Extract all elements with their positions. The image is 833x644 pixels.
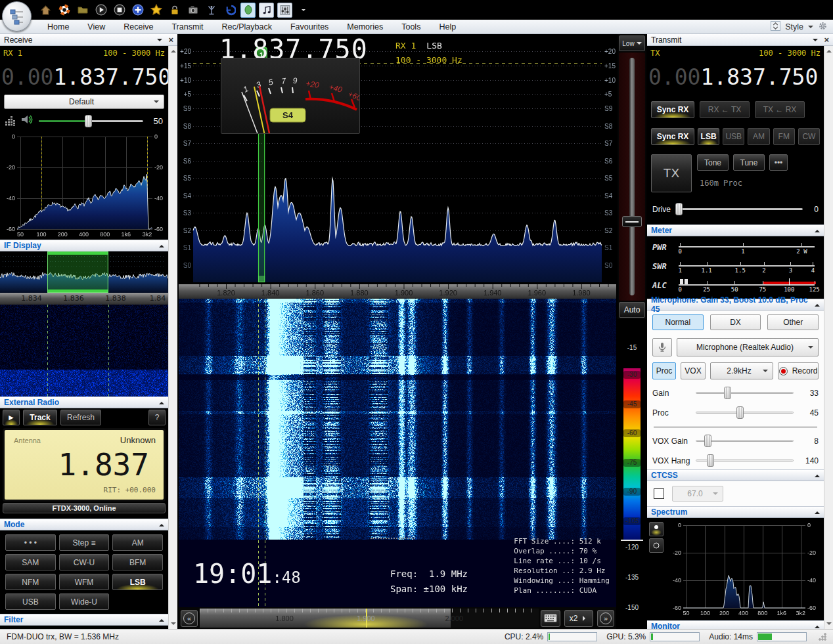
collapse-icon[interactable] (159, 242, 164, 247)
palette-scale[interactable]: -15 -30-45-60-75-90-105 -120-135-150 (618, 319, 646, 629)
mic-tab-other[interactable]: Other (767, 314, 819, 330)
help-button[interactable]: ? (148, 410, 166, 425)
gain-slider[interactable] (696, 387, 794, 399)
toolbar-overflow-icon[interactable] (296, 3, 311, 18)
proc-toggle[interactable]: Proc (652, 362, 676, 379)
snapshot-camera-icon[interactable] (185, 3, 200, 18)
vox-toggle[interactable]: VOX (681, 362, 706, 379)
panel-menu-icon[interactable] (157, 39, 162, 44)
collapse-icon[interactable] (815, 509, 820, 514)
scroll-left-button[interactable]: « (181, 610, 198, 627)
record-button[interactable]: Record (778, 362, 819, 379)
tx-mode-cw[interactable]: CW (798, 128, 820, 145)
mode-button-am[interactable]: AM (112, 534, 163, 551)
mode-button-cw-u[interactable]: CW-U (59, 554, 110, 570)
play-icon[interactable] (93, 3, 108, 18)
mode-button-bfm[interactable]: BFM (112, 554, 163, 570)
mode-button--[interactable]: • • • (5, 534, 56, 551)
band-ruler[interactable]: 1.8001.9002.000 (200, 609, 539, 628)
mic-device-dropdown[interactable]: Microphone (Realtek Audio) (677, 338, 819, 356)
collapse-icon[interactable] (815, 301, 820, 307)
slider-handle[interactable] (736, 406, 744, 419)
menu-transmit[interactable]: Transmit (162, 20, 212, 34)
drive-slider[interactable] (676, 203, 803, 215)
tx-frequency-display[interactable]: 0.001.837.750 (647, 60, 824, 93)
tone-button[interactable]: Tone (697, 154, 729, 171)
folder-icon[interactable] (75, 3, 90, 18)
vox-gain-slider[interactable] (696, 435, 794, 447)
lock-icon[interactable] (167, 3, 182, 18)
record-icon[interactable] (112, 3, 127, 18)
tune-button[interactable]: Tune (733, 154, 765, 171)
rx-frequency-display[interactable]: 0.001.837.750 (0, 60, 168, 93)
transmit-scrollbar[interactable] (824, 46, 833, 629)
ctcss-checkbox[interactable] (654, 488, 664, 499)
receive-scrollbar[interactable] (168, 46, 177, 629)
slider-handle[interactable] (675, 203, 683, 215)
close-icon[interactable]: × (168, 37, 173, 43)
mode-button-wide-u[interactable]: Wide-U (59, 593, 110, 610)
zoom-button[interactable]: x2 (564, 610, 593, 627)
menu-view[interactable]: View (78, 20, 114, 34)
scroll-up-icon[interactable] (171, 47, 176, 53)
tx-button[interactable]: TX (651, 154, 692, 192)
if-spectrum-display[interactable] (0, 251, 168, 293)
undo-icon[interactable] (222, 3, 237, 18)
sync-rx-button[interactable]: Sync RX (651, 101, 694, 118)
sort-chevrons-icon[interactable] (771, 21, 780, 33)
menu-favourites[interactable]: Favourites (281, 20, 338, 34)
tx-bandwidth-dropdown[interactable]: 2.9kHz (710, 362, 773, 379)
collapse-icon[interactable] (815, 623, 820, 628)
levels-mixer-icon[interactable] (277, 3, 292, 18)
external-radio-play-button[interactable]: ► (3, 410, 20, 425)
auto-gain-button[interactable]: Auto (619, 302, 645, 318)
mode-button-usb[interactable]: USB (5, 593, 56, 610)
menu-receive[interactable]: Receive (114, 20, 162, 34)
audio-note-icon[interactable] (259, 3, 274, 18)
contrast-slider-handle[interactable] (622, 216, 642, 227)
collapse-icon[interactable] (815, 227, 820, 232)
mode-button-sam[interactable]: SAM (5, 554, 56, 570)
tx-spectrum-toggle-off[interactable] (649, 538, 664, 553)
mic-tab-normal[interactable]: Normal (652, 314, 704, 330)
collapse-icon[interactable] (159, 399, 164, 404)
collapse-icon[interactable] (159, 521, 164, 526)
favourite-star-icon[interactable] (148, 3, 164, 18)
collapse-icon[interactable] (159, 616, 164, 622)
mode-button-wfm[interactable]: WFM (59, 574, 110, 590)
mic-tab-dx[interactable]: DX (710, 314, 761, 330)
slider-handle[interactable] (724, 387, 731, 399)
home-icon[interactable] (38, 3, 53, 18)
vox-hang-slider[interactable] (696, 454, 794, 467)
ctcss-tone-dropdown[interactable]: 67.0 (672, 486, 723, 502)
palette-colorbar[interactable]: -30-45-60-75-90-105 (623, 368, 641, 541)
panel-menu-icon[interactable] (813, 39, 818, 44)
app-launcher-button[interactable] (2, 1, 32, 32)
keyboard-entry-button[interactable] (541, 610, 560, 627)
refresh-button[interactable]: Refresh (60, 410, 101, 425)
tx-from-rx-button[interactable]: TX ← RX (755, 101, 805, 118)
settings-gear-icon[interactable] (818, 21, 828, 33)
style-menu[interactable]: Style (785, 22, 803, 32)
tx-mode-lsb[interactable]: LSB (698, 128, 719, 145)
proc-slider[interactable] (696, 406, 794, 419)
mode-button-nfm[interactable]: NFM (5, 574, 56, 590)
tx-mode-usb[interactable]: USB (723, 128, 744, 145)
select-source-icon[interactable] (240, 3, 256, 18)
menu-rec-playback[interactable]: Rec/Playback (213, 20, 281, 34)
range-low-button[interactable]: Low (619, 35, 645, 51)
more-options-button[interactable]: ••• (769, 154, 788, 171)
close-icon[interactable]: × (824, 37, 829, 43)
tx-mode-am[interactable]: AM (748, 128, 769, 145)
slider-handle[interactable] (704, 435, 711, 447)
tx-mode-fm[interactable]: FM (773, 128, 795, 145)
add-icon[interactable] (130, 3, 145, 18)
preset-dropdown[interactable]: Default (4, 95, 164, 109)
splitter-handle[interactable] (371, 538, 415, 539)
menu-tools[interactable]: Tools (392, 20, 430, 34)
collapse-icon[interactable] (815, 472, 820, 477)
antenna-icon[interactable] (204, 3, 219, 18)
mode-button-step-[interactable]: Step ≡ (59, 534, 110, 551)
equalizer-icon[interactable] (5, 116, 15, 126)
menu-memories[interactable]: Memories (338, 20, 392, 34)
